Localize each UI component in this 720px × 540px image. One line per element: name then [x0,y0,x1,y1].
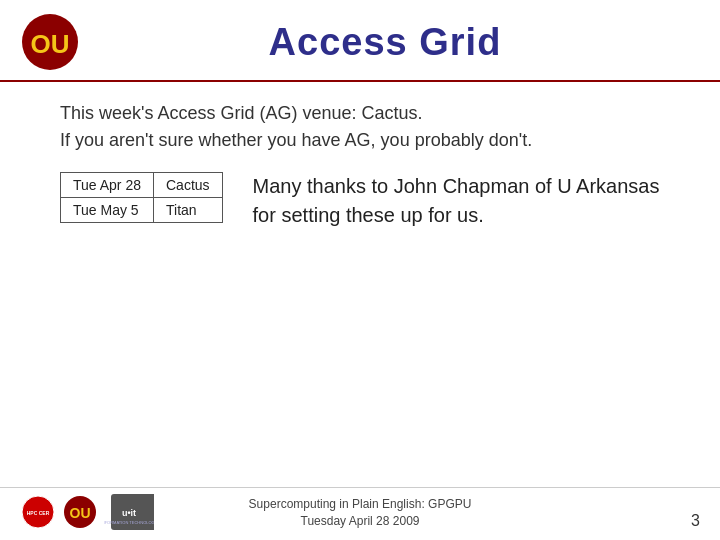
date-cell: Tue Apr 28 [61,173,154,198]
footer-text: Supercomputing in Plain English: GPGPU T… [249,496,472,530]
intro-line1: This week's Access Grid (AG) venue: Cact… [60,100,680,127]
hpccer-logo: HPC CER [20,494,56,530]
svg-text:OU: OU [70,505,91,521]
table-row: Tue May 5 Titan [61,198,223,223]
date-cell: Tue May 5 [61,198,154,223]
svg-text:INFORMATION TECHNOLOGY: INFORMATION TECHNOLOGY [104,520,154,525]
footer-logos: HPC CER OU u•it INFORMATION TECHNOLOGY [20,494,154,530]
schedule-tbody: Tue Apr 28 Cactus Tue May 5 Titan [61,173,223,223]
thanks-text: Many thanks to John Chapman of U Arkansa… [253,172,680,230]
it-logo: u•it INFORMATION TECHNOLOGY [104,494,154,530]
schedule-table: Tue Apr 28 Cactus Tue May 5 Titan [60,172,223,223]
footer-line2: Tuesday April 28 2009 [249,513,472,530]
page-number: 3 [691,512,700,530]
slide-content: This week's Access Grid (AG) venue: Cact… [0,82,720,487]
slide-footer: HPC CER OU u•it INFORMATION TECHNOLOGY S… [0,487,720,540]
page-title: Access Grid [269,21,502,63]
title-area: Access Grid [80,21,690,64]
table-row: Tue Apr 28 Cactus [61,173,223,198]
slide-header: OU Access Grid [0,0,720,82]
middle-section: Tue Apr 28 Cactus Tue May 5 Titan Many t… [60,172,680,230]
location-cell: Titan [153,198,222,223]
svg-text:HPC CER: HPC CER [27,510,50,516]
ou-footer-logo: OU [62,494,98,530]
intro-line2: If you aren't sure whether you have AG, … [60,127,680,154]
location-cell: Cactus [153,173,222,198]
ou-logo: OU [20,12,80,72]
slide: OU Access Grid This week's Access Grid (… [0,0,720,540]
intro-paragraph: This week's Access Grid (AG) venue: Cact… [60,100,680,154]
footer-line1: Supercomputing in Plain English: GPGPU [249,496,472,513]
svg-text:OU: OU [31,29,70,59]
svg-text:u•it: u•it [122,508,136,518]
